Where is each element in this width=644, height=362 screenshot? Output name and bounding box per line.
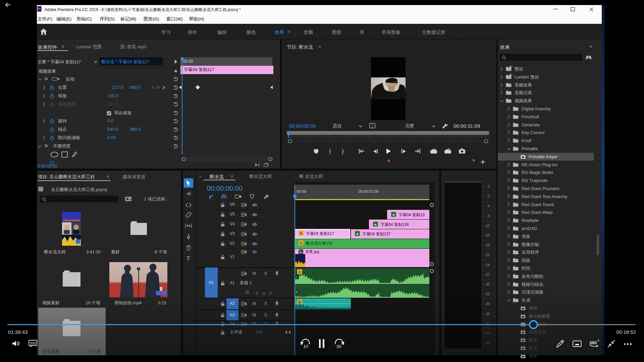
svg-text:R: R xyxy=(296,291,298,294)
svg-text:L: L xyxy=(296,275,298,279)
svg-text:{: { xyxy=(372,124,373,128)
svg-text:10: 10 xyxy=(303,344,308,349)
svg-text:fx: fx xyxy=(300,241,303,245)
svg-text:fx: fx xyxy=(300,232,303,235)
svg-text:30: 30 xyxy=(336,344,341,349)
